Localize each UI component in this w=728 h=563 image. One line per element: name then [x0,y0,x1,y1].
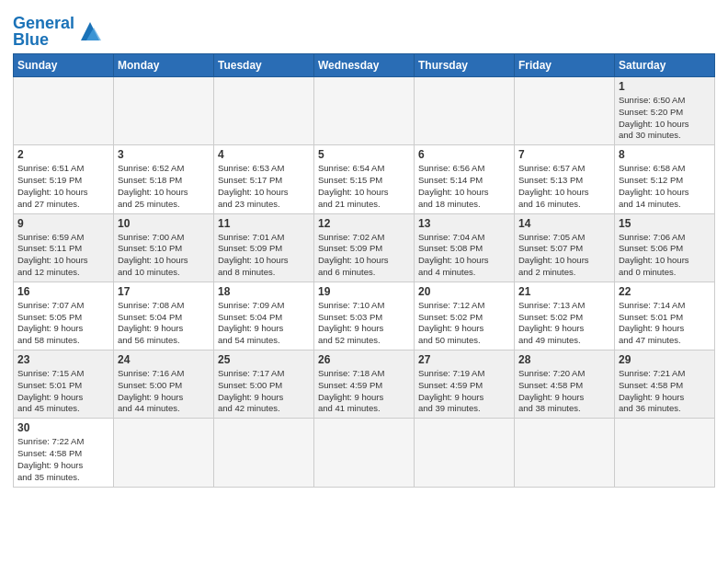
day-info: Sunrise: 6:51 AM Sunset: 5:19 PM Dayligh… [17,163,109,210]
day-cell: 20Sunrise: 7:12 AM Sunset: 5:02 PM Dayli… [415,282,515,350]
day-cell: 1Sunrise: 6:50 AM Sunset: 5:20 PM Daylig… [615,77,715,145]
day-cell [515,419,615,487]
day-info: Sunrise: 7:12 AM Sunset: 5:02 PM Dayligh… [418,300,510,347]
week-row-1: 1Sunrise: 6:50 AM Sunset: 5:20 PM Daylig… [14,77,715,145]
day-cell [14,77,114,145]
day-info: Sunrise: 6:56 AM Sunset: 5:14 PM Dayligh… [418,163,510,210]
day-cell: 14Sunrise: 7:05 AM Sunset: 5:07 PM Dayli… [515,213,615,282]
weekday-header-monday: Monday [114,54,214,77]
day-cell: 3Sunrise: 6:52 AM Sunset: 5:18 PM Daylig… [114,145,214,213]
day-number: 25 [218,353,310,366]
day-number: 2 [17,148,109,161]
day-cell [415,419,515,487]
weekday-header-sunday: Sunday [14,54,114,77]
day-info: Sunrise: 6:59 AM Sunset: 5:11 PM Dayligh… [17,232,109,279]
day-info: Sunrise: 7:04 AM Sunset: 5:08 PM Dayligh… [418,232,510,279]
day-cell: 11Sunrise: 7:01 AM Sunset: 5:09 PM Dayli… [214,213,314,282]
day-cell: 10Sunrise: 7:00 AM Sunset: 5:10 PM Dayli… [114,213,214,282]
week-row-3: 9Sunrise: 6:59 AM Sunset: 5:11 PM Daylig… [14,213,715,282]
day-cell: 30Sunrise: 7:22 AM Sunset: 4:58 PM Dayli… [14,419,114,487]
day-info: Sunrise: 7:09 AM Sunset: 5:04 PM Dayligh… [218,300,310,347]
day-number: 27 [418,353,510,366]
day-number: 3 [118,148,210,161]
week-row-2: 2Sunrise: 6:51 AM Sunset: 5:19 PM Daylig… [14,145,715,213]
day-number: 23 [17,353,109,366]
day-info: Sunrise: 7:06 AM Sunset: 5:06 PM Dayligh… [619,232,711,279]
day-number: 24 [118,353,210,366]
day-number: 7 [518,148,610,161]
day-cell: 23Sunrise: 7:15 AM Sunset: 5:01 PM Dayli… [14,350,114,419]
day-cell: 2Sunrise: 6:51 AM Sunset: 5:19 PM Daylig… [14,145,114,213]
day-cell: 26Sunrise: 7:18 AM Sunset: 4:59 PM Dayli… [314,350,415,419]
week-row-4: 16Sunrise: 7:07 AM Sunset: 5:05 PM Dayli… [14,282,715,350]
day-cell: 15Sunrise: 7:06 AM Sunset: 5:06 PM Dayli… [615,213,715,282]
day-number: 18 [218,285,310,298]
day-cell: 17Sunrise: 7:08 AM Sunset: 5:04 PM Dayli… [114,282,214,350]
day-info: Sunrise: 7:15 AM Sunset: 5:01 PM Dayligh… [17,368,109,415]
logo-general: General [13,14,74,32]
day-number: 16 [17,285,109,298]
day-number: 29 [619,353,711,366]
day-number: 11 [218,217,310,230]
day-cell: 19Sunrise: 7:10 AM Sunset: 5:03 PM Dayli… [314,282,415,350]
day-info: Sunrise: 6:53 AM Sunset: 5:17 PM Dayligh… [218,163,310,210]
day-cell: 25Sunrise: 7:17 AM Sunset: 5:00 PM Dayli… [214,350,314,419]
day-cell: 24Sunrise: 7:16 AM Sunset: 5:00 PM Dayli… [114,350,214,419]
weekday-header-row: SundayMondayTuesdayWednesdayThursdayFrid… [14,54,715,77]
day-info: Sunrise: 6:58 AM Sunset: 5:12 PM Dayligh… [619,163,711,210]
day-cell: 18Sunrise: 7:09 AM Sunset: 5:04 PM Dayli… [214,282,314,350]
weekday-header-tuesday: Tuesday [214,54,314,77]
calendar-page: General Blue SundayMondayTuesdayWednesda… [0,0,728,563]
day-number: 10 [118,217,210,230]
day-number: 30 [17,421,109,434]
day-info: Sunrise: 6:57 AM Sunset: 5:13 PM Dayligh… [518,163,610,210]
day-number: 19 [318,285,410,298]
logo: General Blue [13,15,103,48]
day-cell: 28Sunrise: 7:20 AM Sunset: 4:58 PM Dayli… [515,350,615,419]
day-info: Sunrise: 6:54 AM Sunset: 5:15 PM Dayligh… [318,163,410,210]
logo-blue: Blue [13,30,49,49]
day-number: 8 [619,148,711,161]
header: General Blue [13,9,715,48]
weekday-header-saturday: Saturday [615,54,715,77]
day-info: Sunrise: 7:20 AM Sunset: 4:58 PM Dayligh… [518,368,610,415]
day-cell [415,77,515,145]
day-number: 4 [218,148,310,161]
day-info: Sunrise: 7:05 AM Sunset: 5:07 PM Dayligh… [518,232,610,279]
day-number: 9 [17,217,109,230]
day-cell: 4Sunrise: 6:53 AM Sunset: 5:17 PM Daylig… [214,145,314,213]
weekday-header-thursday: Thursday [415,54,515,77]
day-cell: 22Sunrise: 7:14 AM Sunset: 5:01 PM Dayli… [615,282,715,350]
day-number: 26 [318,353,410,366]
day-number: 20 [418,285,510,298]
day-cell: 5Sunrise: 6:54 AM Sunset: 5:15 PM Daylig… [314,145,415,213]
day-cell [114,77,214,145]
day-number: 21 [518,285,610,298]
week-row-6: 30Sunrise: 7:22 AM Sunset: 4:58 PM Dayli… [14,419,715,487]
day-number: 6 [418,148,510,161]
day-info: Sunrise: 6:52 AM Sunset: 5:18 PM Dayligh… [118,163,210,210]
day-number: 12 [318,217,410,230]
day-cell: 29Sunrise: 7:21 AM Sunset: 4:58 PM Dayli… [615,350,715,419]
weekday-header-wednesday: Wednesday [314,54,415,77]
day-cell [214,419,314,487]
day-cell: 9Sunrise: 6:59 AM Sunset: 5:11 PM Daylig… [14,213,114,282]
day-info: Sunrise: 7:19 AM Sunset: 4:59 PM Dayligh… [418,368,510,415]
day-number: 15 [619,217,711,230]
calendar-table: SundayMondayTuesdayWednesdayThursdayFrid… [13,53,715,488]
day-cell: 13Sunrise: 7:04 AM Sunset: 5:08 PM Dayli… [415,213,515,282]
day-info: Sunrise: 7:18 AM Sunset: 4:59 PM Dayligh… [318,368,410,415]
day-info: Sunrise: 7:17 AM Sunset: 5:00 PM Dayligh… [218,368,310,415]
weekday-header-friday: Friday [515,54,615,77]
day-cell: 12Sunrise: 7:02 AM Sunset: 5:09 PM Dayli… [314,213,415,282]
day-number: 13 [418,217,510,230]
day-info: Sunrise: 7:10 AM Sunset: 5:03 PM Dayligh… [318,300,410,347]
day-info: Sunrise: 7:08 AM Sunset: 5:04 PM Dayligh… [118,300,210,347]
day-number: 22 [619,285,711,298]
day-info: Sunrise: 7:21 AM Sunset: 4:58 PM Dayligh… [619,368,711,415]
day-cell [314,77,415,145]
day-cell [214,77,314,145]
day-number: 14 [518,217,610,230]
week-row-5: 23Sunrise: 7:15 AM Sunset: 5:01 PM Dayli… [14,350,715,419]
day-info: Sunrise: 7:07 AM Sunset: 5:05 PM Dayligh… [17,300,109,347]
